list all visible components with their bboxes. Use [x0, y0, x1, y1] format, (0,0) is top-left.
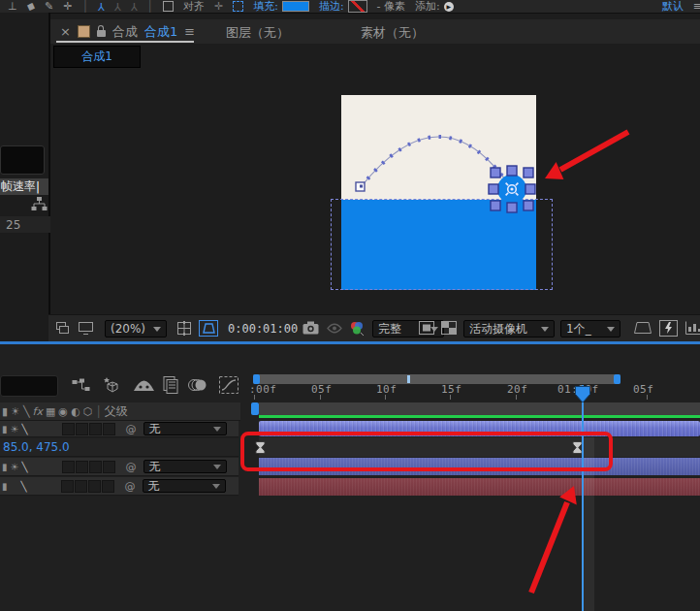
- switch-box[interactable]: [88, 480, 101, 493]
- switch-box[interactable]: [103, 461, 115, 473]
- layer-bar-3[interactable]: [259, 478, 700, 496]
- work-area-end-handle[interactable]: [614, 374, 620, 384]
- eraser-tool-icon[interactable]: ◆: [25, 0, 37, 13]
- timeline-search-field[interactable]: [0, 375, 58, 397]
- motion-blur-column-icon[interactable]: ◉: [58, 405, 68, 418]
- lock-icon[interactable]: [97, 30, 106, 37]
- pick-whip-icon[interactable]: @: [125, 480, 136, 493]
- magnification-dropdown[interactable]: (20%): [105, 320, 167, 338]
- keyframe-icon[interactable]: [255, 441, 266, 454]
- draft-3d-icon[interactable]: [101, 376, 120, 394]
- pick-whip-icon[interactable]: @: [126, 461, 137, 473]
- 3d-column-icon[interactable]: ⬡: [83, 405, 93, 418]
- quality-switch-icon[interactable]: ╲: [21, 481, 27, 492]
- playhead-line[interactable]: [582, 385, 584, 611]
- workspace-label[interactable]: 默认: [662, 1, 684, 12]
- layer-icon[interactable]: ▮: [2, 481, 8, 492]
- monitor-icon[interactable]: [79, 322, 93, 335]
- fast-previews-icon[interactable]: [659, 320, 678, 337]
- switch-box[interactable]: [89, 461, 102, 473]
- snapshot-camera-icon[interactable]: [302, 321, 319, 335]
- add-label[interactable]: 添加:: [415, 1, 440, 12]
- shy-column-icon[interactable]: ▮: [2, 405, 8, 418]
- frame-blending-icon[interactable]: [163, 376, 179, 394]
- graph-editor-icon[interactable]: [219, 376, 239, 394]
- composition-panel-label[interactable]: 合成: [112, 23, 138, 41]
- quality-column-icon[interactable]: ╲: [23, 405, 30, 418]
- layer-row-3-controls[interactable]: ▮ ╲ @ 无: [0, 477, 239, 496]
- switch-box[interactable]: [76, 423, 88, 435]
- position-value[interactable]: 85.0, 475.0: [3, 440, 70, 454]
- switch-box[interactable]: [62, 461, 75, 473]
- composition-mini-flowchart-icon[interactable]: [72, 378, 90, 393]
- composition-tab-name[interactable]: 合成1: [144, 23, 177, 41]
- grid-guides-icon[interactable]: [176, 321, 192, 336]
- keyframe-track-row[interactable]: [259, 437, 700, 457]
- region-of-interest-icon[interactable]: [419, 321, 434, 335]
- marquee-icon[interactable]: [233, 1, 243, 12]
- camera-tool-icon[interactable]: Y: [98, 1, 105, 12]
- tab-footage[interactable]: 素材（无）: [361, 24, 424, 42]
- always-preview-icon[interactable]: [56, 322, 70, 335]
- switch-box[interactable]: [61, 480, 74, 493]
- switch-box[interactable]: [75, 480, 87, 493]
- switch-box[interactable]: [102, 480, 114, 493]
- panel-menu-icon[interactable]: ≡: [184, 24, 195, 39]
- switch-box[interactable]: [76, 461, 88, 473]
- workspace-menu-icon[interactable]: ≡: [693, 1, 700, 12]
- timeline-graph-icon[interactable]: [685, 321, 700, 335]
- parent-dropdown[interactable]: 无: [143, 460, 227, 473]
- tab-layer[interactable]: 图层（无）: [226, 24, 289, 42]
- preview-timecode[interactable]: 0:00:01:00: [228, 322, 298, 336]
- switch-box[interactable]: [89, 423, 102, 435]
- layer-row-1-controls[interactable]: ▮ ☀ ╲ @ 无: [0, 421, 239, 437]
- playhead-handle[interactable]: [575, 386, 590, 403]
- comp-chip[interactable]: 合成1: [53, 46, 141, 68]
- frame-blend-column-icon[interactable]: ▦: [46, 405, 55, 418]
- puppet-pin-tool-icon[interactable]: ✛: [63, 1, 72, 12]
- camera-pan-tool-icon[interactable]: Y: [131, 1, 138, 12]
- layer-bar-1[interactable]: [259, 421, 700, 436]
- view-layout-dropdown[interactable]: 1个_: [560, 320, 620, 338]
- shy-layers-icon[interactable]: [134, 378, 154, 392]
- quality-switch-icon[interactable]: ╲: [21, 462, 27, 472]
- stroke-label[interactable]: 描边:: [319, 1, 344, 12]
- stroke-color-swatch[interactable]: [348, 0, 367, 13]
- camera-orbit-tool-icon[interactable]: Y: [114, 1, 121, 12]
- add-menu-icon[interactable]: ▶: [444, 2, 454, 12]
- channels-rgb-icon[interactable]: [349, 321, 365, 336]
- transparency-grid-icon[interactable]: [441, 321, 457, 335]
- switch-box[interactable]: [62, 423, 75, 435]
- navigator-handle[interactable]: [251, 402, 259, 415]
- parent-dropdown[interactable]: 无: [143, 422, 227, 435]
- show-snapshot-eye-icon[interactable]: [327, 323, 342, 334]
- project-field[interactable]: [0, 145, 45, 175]
- switch-box[interactable]: [103, 423, 115, 435]
- flowchart-icon[interactable]: [31, 197, 48, 211]
- position-property-row[interactable]: 85.0, 475.0: [0, 438, 239, 457]
- comp-navigator-bar[interactable]: [259, 402, 700, 415]
- pixel-aspect-icon[interactable]: [634, 322, 652, 334]
- clone-stamp-tool-icon[interactable]: ⊥: [8, 1, 17, 12]
- parent-column-header[interactable]: 父级: [105, 403, 128, 420]
- collapse-column-icon[interactable]: ☀: [11, 405, 20, 418]
- fx-column-icon[interactable]: fx: [33, 405, 43, 418]
- collapse-switch-icon[interactable]: ☀: [11, 424, 19, 434]
- stroke-width-label[interactable]: - 像素: [377, 1, 405, 12]
- close-tab-icon[interactable]: ×: [60, 24, 71, 39]
- motion-blur-icon[interactable]: [188, 377, 207, 393]
- roto-brush-tool-icon[interactable]: ✎: [45, 1, 53, 12]
- active-camera-dropdown[interactable]: 活动摄像机: [463, 320, 555, 338]
- snap-pin-icon[interactable]: ✛: [214, 1, 223, 12]
- mask-visibility-icon[interactable]: [199, 320, 218, 337]
- layer-icon[interactable]: ▮: [2, 424, 8, 434]
- layer-row-2-controls[interactable]: ▮ ☀ ╲ @ 无: [0, 458, 239, 476]
- layer-bar-2[interactable]: [259, 458, 700, 475]
- pick-whip-icon[interactable]: @: [126, 423, 137, 435]
- collapse-switch-icon[interactable]: ☀: [11, 462, 19, 472]
- fill-color-swatch[interactable]: [282, 1, 309, 12]
- adjustment-column-icon[interactable]: ◐: [71, 405, 80, 418]
- layer-icon[interactable]: ▮: [2, 462, 8, 472]
- parent-dropdown[interactable]: 无: [143, 479, 226, 493]
- fill-label[interactable]: 填充:: [253, 1, 278, 12]
